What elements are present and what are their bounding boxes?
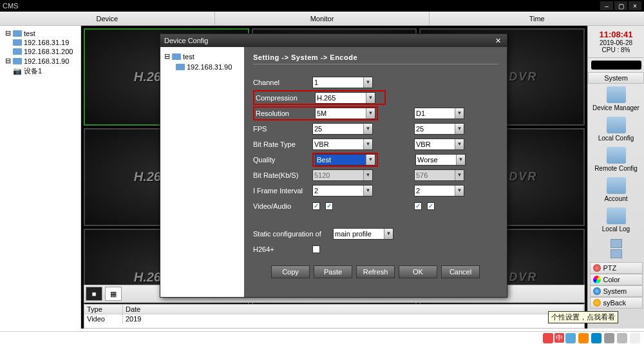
play-up-button[interactable] [611,239,622,248]
clock: 11:08:41 2019-06-28 CPU : 8% [588,26,644,58]
remote-config-button[interactable]: Remote Config [588,144,644,175]
chevron-down-icon: ▼ [363,186,372,196]
audio-checkbox[interactable]: ✓ [325,202,333,210]
local-log-icon [607,207,626,224]
log-header-type[interactable]: Type [84,305,123,314]
quality-select[interactable]: Best▼ [315,154,375,166]
chevron-down-icon: ▼ [363,77,372,88]
video2-checkbox[interactable]: ✓ [414,202,422,210]
bitrate-select[interactable]: 5120▼ [312,169,373,181]
bitratetype-select[interactable]: VBR▼ [312,139,373,150]
playback-icon [593,299,601,307]
label-resolution: Resolution [256,110,310,117]
account-icon [607,177,626,194]
local-config-button[interactable]: Local Config [588,114,644,144]
tree-node-4[interactable]: 📷 设备1 [1,66,79,77]
system-icon [593,287,601,295]
channel-select[interactable]: 1▼ [312,77,373,88]
chevron-down-icon: ▼ [363,170,372,180]
clock-cpu: CPU : 8% [588,46,644,53]
iframe2-select[interactable]: 2▼ [414,185,464,196]
system-header: System [588,72,644,84]
local-config-icon [607,117,626,133]
label-static: Static configuration of [253,230,328,238]
label-fps: FPS [253,125,307,133]
tooltip: 个性设置，点我看看 [548,311,618,323]
remote-config-icon [607,147,626,164]
cancel-button[interactable]: Cancel [441,265,480,278]
ime-lang[interactable]: 中 [554,333,564,343]
tray-icon[interactable] [565,333,576,343]
system-button[interactable]: System [590,285,643,297]
tab-monitor[interactable]: Monitor [215,12,430,25]
minimize-button[interactable]: – [600,1,613,10]
playback-button[interactable]: syBack [590,297,643,309]
label-bitratetype: Bit Rate Type [253,140,307,148]
ok-button[interactable]: OK [399,265,437,278]
bitratetype2-select[interactable]: VBR▼ [414,139,464,150]
maximize-button[interactable]: ▢ [614,1,627,10]
device-config-dialog: Device Config ✕ ⊟ test 192.168.31.90 Set… [160,33,507,298]
chevron-down-icon: ▼ [384,229,393,239]
tree-node-1[interactable]: 192.168.31.19 [1,38,79,47]
titlebar: CMS – ▢ × [0,0,644,12]
play-down-button[interactable] [611,249,622,258]
tray-icon[interactable] [591,333,601,343]
ptz-button[interactable]: PTZ [590,262,643,274]
fps-select[interactable]: 25▼ [312,123,373,135]
color-button[interactable]: Color [590,274,643,285]
account-button[interactable]: Account [588,175,644,205]
label-channel: Channel [253,79,307,86]
fps2-select[interactable]: 25▼ [414,123,464,135]
tab-time[interactable]: Time [430,12,644,25]
label-compression: Compression [256,94,310,102]
refresh-button[interactable]: Refresh [356,265,395,278]
compression-select[interactable]: H.265▼ [315,92,375,104]
dialog-tree: ⊟ test 192.168.31.90 [160,47,244,297]
bitrate2-select[interactable]: 576▼ [414,169,464,181]
label-h264p: H264+ [253,245,307,253]
play-controls [589,239,643,258]
log-header-date[interactable]: Date [123,305,584,314]
device-manager-icon [607,86,626,103]
tree-node-3[interactable]: ⊟ 192.168.31.90 [1,56,79,66]
video-checkbox[interactable]: ✓ [312,202,320,210]
iframe-select[interactable]: 2▼ [312,185,373,196]
quality2-select[interactable]: Worse▼ [415,154,466,166]
resolution-select[interactable]: 5M▼ [315,108,375,119]
tray-icon[interactable] [617,333,627,343]
chevron-down-icon: ▼ [455,139,464,149]
log-type: Video [84,314,123,323]
static-select[interactable]: main profile▼ [333,228,393,240]
dialog-titlebar[interactable]: Device Config ✕ [160,34,507,47]
chevron-down-icon: ▼ [455,108,464,119]
tree-node-2[interactable]: 192.168.31.200 [1,47,79,56]
tray-icon[interactable] [604,333,614,343]
paste-button[interactable]: Paste [314,265,352,278]
chevron-down-icon: ▼ [366,108,375,119]
chevron-down-icon: ▼ [455,170,464,180]
tray-icon[interactable] [578,333,589,343]
device-manager-button[interactable]: Device Manager [588,84,644,114]
tree-root[interactable]: ⊟ test [1,28,79,38]
chevron-down-icon: ▼ [366,93,375,103]
modal-tree-child[interactable]: 192.168.31.90 [164,62,240,72]
audio2-checkbox[interactable]: ✓ [427,202,435,210]
close-icon[interactable]: ✕ [493,36,503,45]
clock-date: 2019-06-28 [588,39,644,46]
modal-tree-root[interactable]: ⊟ test [164,51,240,62]
ptz-icon [593,264,601,272]
local-log-button[interactable]: Local Log [588,205,644,235]
resolution2-select[interactable]: D1▼ [414,108,464,119]
dialog-content: Setting -> System -> Encode Channel 1▼ C… [244,47,507,297]
tray-icon[interactable] [630,333,640,343]
tab-device[interactable]: Device [0,12,215,25]
h264p-checkbox[interactable] [312,245,320,253]
view-single-button[interactable]: ■ [86,287,102,301]
copy-button[interactable]: Copy [271,265,310,278]
chevron-down-icon: ▼ [366,155,375,165]
ime-icon[interactable] [543,333,553,343]
view-grid-button[interactable]: ▦ [105,287,122,301]
close-button[interactable]: × [629,1,641,10]
right-panel: 11:08:41 2019-06-28 CPU : 8% System Devi… [587,26,644,329]
